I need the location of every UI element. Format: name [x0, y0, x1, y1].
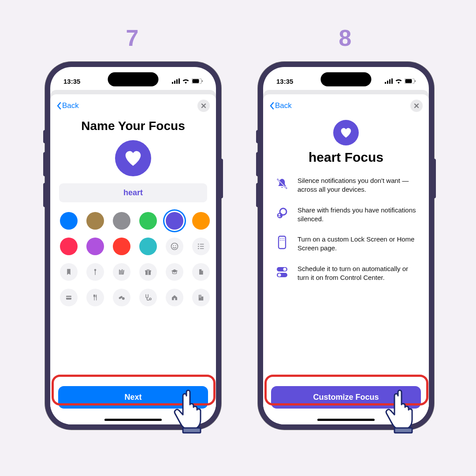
- icon-option-list[interactable]: [192, 238, 210, 255]
- home-indicator[interactable]: [104, 419, 162, 421]
- icon-option-creditcard[interactable]: [60, 289, 78, 306]
- icon-option-stethoscope[interactable]: [139, 289, 157, 306]
- color-swatch-blue[interactable]: [60, 212, 78, 230]
- svg-point-51: [282, 238, 283, 239]
- icon-option-bookmark[interactable]: [60, 263, 78, 281]
- svg-point-28: [122, 297, 125, 300]
- step-number-7: 7: [115, 25, 150, 51]
- svg-rect-20: [122, 269, 123, 275]
- chevron-left-icon: [269, 102, 274, 110]
- close-icon: [201, 103, 206, 108]
- icon-option-gift[interactable]: [139, 263, 157, 281]
- icon-option-graduation[interactable]: [166, 263, 183, 281]
- focus-icon-small: [333, 120, 359, 145]
- color-swatch-brown[interactable]: [86, 212, 104, 230]
- svg-point-47: [277, 212, 283, 218]
- color-swatch-orange[interactable]: [192, 212, 210, 230]
- page-title: heart Focus: [269, 150, 423, 165]
- svg-rect-13: [200, 246, 204, 247]
- heart-icon: [339, 126, 353, 139]
- cursor-hand-icon: [380, 383, 429, 441]
- color-swatch-purple[interactable]: [166, 212, 183, 230]
- status-time: 13:35: [276, 78, 293, 85]
- dynamic-island: [108, 72, 159, 86]
- focus-icon-preview: [115, 140, 151, 176]
- svg-point-9: [175, 245, 176, 246]
- svg-rect-34: [201, 296, 201, 297]
- feature-text: Schedule it to turn on automatically or …: [298, 264, 417, 283]
- svg-rect-39: [389, 79, 390, 84]
- people-icon: [275, 206, 290, 221]
- color-swatch-violet[interactable]: [86, 238, 104, 255]
- status-time: 13:35: [63, 78, 80, 85]
- svg-point-57: [283, 268, 286, 271]
- home-indicator[interactable]: [317, 419, 375, 421]
- svg-rect-1: [174, 81, 175, 84]
- svg-rect-35: [199, 297, 200, 298]
- svg-rect-0: [172, 82, 173, 84]
- bell-slash-icon: [275, 176, 290, 191]
- wifi-icon: [182, 78, 190, 84]
- svg-point-50: [280, 238, 281, 239]
- cursor-hand-icon: [169, 383, 217, 441]
- back-label: Back: [275, 101, 292, 110]
- icon-option-pills[interactable]: [113, 289, 130, 306]
- color-swatch-red[interactable]: [113, 238, 130, 255]
- svg-rect-60: [183, 428, 201, 433]
- svg-point-54: [282, 240, 283, 241]
- svg-point-53: [280, 240, 281, 241]
- color-swatch-gray[interactable]: [113, 212, 130, 230]
- feature-text: Turn on a custom Lock Screen or Home Scr…: [298, 235, 417, 253]
- feature-text: Silence notifications you don't want — a…: [298, 176, 417, 194]
- svg-rect-43: [415, 80, 416, 82]
- phone-screen-icon: [275, 235, 290, 250]
- page-title: Name Your Focus: [56, 119, 210, 133]
- color-icon-grid: [56, 212, 210, 306]
- svg-rect-37: [385, 82, 386, 84]
- status-icons: [385, 78, 416, 84]
- svg-rect-38: [387, 81, 388, 84]
- back-button[interactable]: Back: [56, 101, 79, 110]
- icon-option-emoji[interactable]: [166, 238, 183, 255]
- close-button[interactable]: [410, 100, 423, 112]
- svg-point-59: [278, 273, 281, 276]
- step-number-8: 8: [327, 25, 363, 51]
- svg-rect-17: [95, 271, 96, 275]
- feature-text: Share with friends you have notification…: [298, 206, 417, 224]
- icon-option-building[interactable]: [192, 289, 210, 306]
- battery-icon: [405, 78, 416, 84]
- icon-option-fork-knife[interactable]: [86, 289, 104, 306]
- svg-point-14: [198, 248, 199, 249]
- svg-rect-15: [200, 248, 204, 249]
- cellular-icon: [172, 78, 180, 84]
- svg-rect-19: [120, 270, 121, 275]
- modal-sheet-8: Back heart Focus Silence notifications y…: [263, 94, 429, 424]
- close-button[interactable]: [197, 100, 210, 112]
- svg-rect-21: [123, 270, 124, 275]
- svg-point-55: [283, 240, 284, 241]
- toggle-icon: [275, 264, 290, 279]
- svg-point-48: [279, 214, 280, 216]
- svg-rect-61: [394, 428, 412, 433]
- color-swatch-pink[interactable]: [60, 238, 78, 255]
- icon-option-pin[interactable]: [86, 263, 104, 281]
- icon-option-document[interactable]: [192, 263, 210, 281]
- icon-option-home[interactable]: [166, 289, 183, 306]
- svg-rect-32: [201, 297, 204, 301]
- color-swatch-teal[interactable]: [139, 238, 157, 255]
- svg-point-52: [283, 238, 284, 239]
- svg-rect-33: [199, 296, 200, 297]
- svg-rect-2: [176, 79, 178, 84]
- chevron-left-icon: [56, 102, 61, 110]
- svg-point-29: [149, 298, 151, 300]
- svg-point-12: [198, 246, 199, 247]
- feature-row-silence: Silence notifications you don't want — a…: [269, 176, 423, 206]
- icon-option-books[interactable]: [113, 263, 130, 281]
- wifi-icon: [395, 78, 402, 84]
- status-icons: [172, 78, 203, 84]
- focus-name-input[interactable]: heart: [59, 183, 207, 202]
- back-button[interactable]: Back: [269, 101, 292, 110]
- feature-row-share: Share with friends you have notification…: [269, 206, 423, 235]
- color-swatch-green[interactable]: [139, 212, 157, 230]
- cellular-icon: [385, 78, 393, 84]
